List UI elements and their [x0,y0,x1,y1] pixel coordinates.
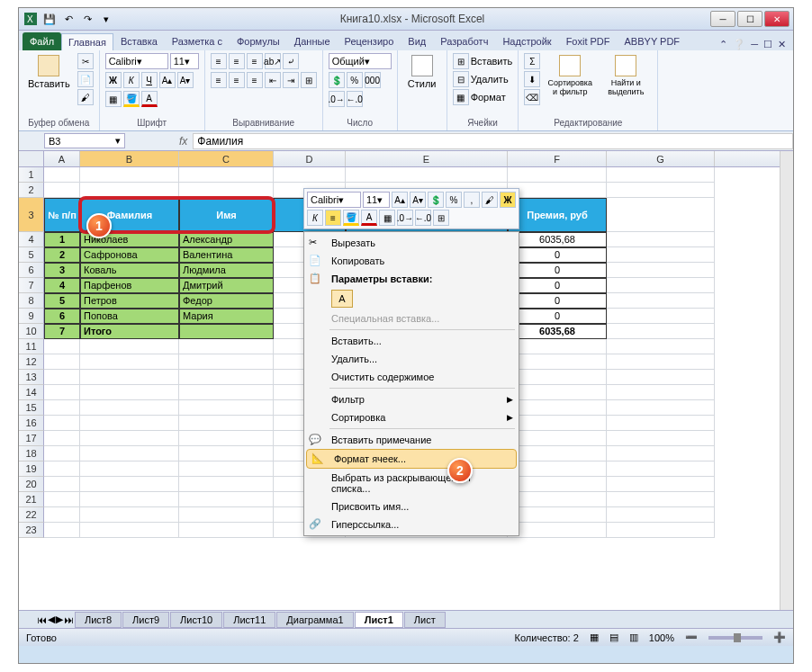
mini-border[interactable]: ▦ [379,210,395,226]
insert-cells-button[interactable]: ⊞ [453,53,469,69]
sheet-tab[interactable]: Лист9 [122,612,169,628]
cm-define-name[interactable]: Присвоить имя... [304,497,519,515]
mini-font-combo[interactable]: Calibri ▾ [307,192,361,208]
increase-indent-button[interactable]: ⇥ [283,72,299,88]
copy-button[interactable]: 📄 [77,71,94,87]
tab-layout[interactable]: Разметка с [165,32,230,50]
mini-comma[interactable]: , [464,192,480,208]
row-header-3[interactable]: 3 [19,198,44,232]
tab-home[interactable]: Главная [61,33,113,50]
sort-filter-button[interactable]: Сортировка и фильтр [544,53,596,98]
tab-file[interactable]: Файл [23,32,61,50]
mini-grow-font[interactable]: A▴ [392,192,408,208]
row-header-4[interactable]: 4 [19,232,44,247]
find-select-button[interactable]: Найти и выделить [600,53,652,98]
merge-button[interactable]: ⊞ [301,72,317,88]
row-header-14[interactable]: 14 [19,385,44,400]
row-header-15[interactable]: 15 [19,400,44,416]
tab-formulas[interactable]: Формулы [230,32,287,50]
row-header-2[interactable]: 2 [19,183,44,198]
format-painter-button[interactable]: 🖌 [77,89,94,105]
sheet-tab[interactable]: Лист [404,612,446,628]
shrink-font-button[interactable]: A▾ [177,72,194,88]
italic-button[interactable]: К [123,72,140,88]
cm-delete[interactable]: Удалить... [304,350,519,368]
row-header-1[interactable]: 1 [19,167,44,183]
save-button[interactable]: 💾 [41,11,58,27]
tab-developer[interactable]: Разработч [433,32,495,50]
row-header-9[interactable]: 9 [19,309,44,324]
row-header-18[interactable]: 18 [19,446,44,461]
underline-button[interactable]: Ч [141,72,158,88]
mini-fill-color[interactable]: 🪣 [343,210,359,226]
fill-button[interactable]: ⬇ [524,71,540,87]
redo-button[interactable]: ↷ [79,11,95,27]
tab-abbyy[interactable]: ABBYY PDF [618,32,688,50]
row-header-19[interactable]: 19 [19,461,44,477]
row-header-8[interactable]: 8 [19,293,44,309]
row-header-17[interactable]: 17 [19,431,44,446]
fill-color-button[interactable]: 🪣 [123,91,140,107]
font-color-button[interactable]: A [141,91,158,107]
sheet-tab[interactable]: Лист11 [223,612,275,628]
cm-insert[interactable]: Вставить... [304,332,519,350]
zoom-slider[interactable] [708,636,762,640]
cm-filter[interactable]: Фильтр▶ [304,390,519,408]
name-box[interactable]: B3▾ [44,133,125,148]
bold-button[interactable]: Ж [105,72,122,88]
paste-button[interactable]: Вставить [24,53,74,91]
mini-currency[interactable]: 💲 [428,192,444,208]
orientation-button[interactable]: ab↗ [265,53,281,69]
tab-nav-last[interactable]: ⏭ [64,614,74,625]
mini-merge[interactable]: ⊞ [433,210,449,226]
mini-inc-decimal[interactable]: .0→ [397,210,413,226]
sheet-tab[interactable]: Диаграмма1 [276,612,353,628]
mini-size-combo[interactable]: 11 ▾ [363,192,390,208]
tab-nav-prev[interactable]: ◀ [48,614,55,625]
vertical-scrollbar[interactable] [780,151,793,610]
clear-button[interactable]: ⌫ [524,89,540,105]
mini-format-painter[interactable]: 🖌 [482,192,498,208]
col-header-b[interactable]: B [80,151,179,166]
autosum-button[interactable]: Σ [524,53,540,69]
increase-decimal-button[interactable]: .0→ [329,91,345,107]
tab-insert[interactable]: Вставка [113,32,165,50]
mini-dec-decimal[interactable]: ←.0 [415,210,431,226]
maximize-button[interactable]: ☐ [737,11,762,27]
mini-bold[interactable]: Ж [500,192,516,208]
sheet-tab[interactable]: Лист8 [75,612,122,628]
styles-button[interactable]: Стили [403,53,441,91]
mdi-max[interactable]: ☐ [763,39,772,50]
comma-button[interactable]: 000 [365,72,381,88]
tab-addins[interactable]: Надстройк [495,32,558,50]
excel-icon[interactable]: X [23,11,39,27]
row-header-10[interactable]: 10 [19,324,44,339]
align-middle-button[interactable]: ≡ [229,53,245,69]
wrap-text-button[interactable]: ⤶ [283,53,299,69]
col-header-c[interactable]: C [179,151,274,166]
percent-button[interactable]: % [347,72,363,88]
tab-data[interactable]: Данные [287,32,338,50]
select-all-corner[interactable] [19,151,44,166]
row-header-7[interactable]: 7 [19,278,44,293]
help-icon[interactable]: ❔ [733,39,745,50]
align-top-button[interactable]: ≡ [211,53,227,69]
mini-percent[interactable]: % [446,192,462,208]
row-header-13[interactable]: 13 [19,370,44,385]
formula-input[interactable]: Фамилия [193,133,793,149]
mini-shrink-font[interactable]: A▾ [410,192,426,208]
tab-review[interactable]: Рецензиро [338,32,401,50]
decrease-decimal-button[interactable]: ←.0 [347,91,363,107]
tab-foxit[interactable]: Foxit PDF [559,32,618,50]
row-header-12[interactable]: 12 [19,354,44,370]
tab-view[interactable]: Вид [401,32,433,50]
align-bottom-button[interactable]: ≡ [247,53,263,69]
view-pagebreak-icon[interactable]: ▥ [629,632,638,643]
row-header-16[interactable]: 16 [19,416,44,431]
border-button[interactable]: ▦ [105,91,122,107]
col-header-f[interactable]: F [508,151,607,166]
mini-align-center[interactable]: ≡ [325,210,341,226]
tab-nav-first[interactable]: ⏮ [37,614,47,625]
zoom-in-button[interactable]: ➕ [773,632,786,643]
cm-format-cells[interactable]: 📐Формат ячеек... [306,449,517,469]
